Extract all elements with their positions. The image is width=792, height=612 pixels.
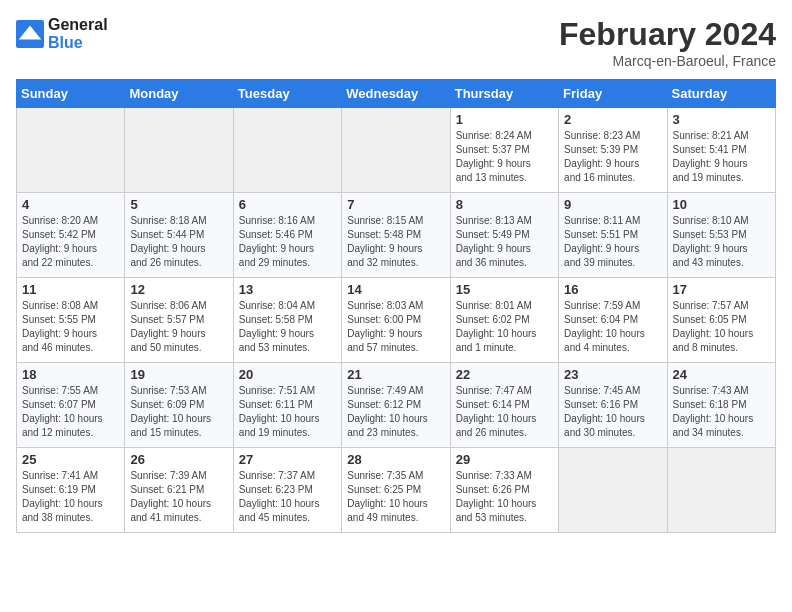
- day-info: Sunrise: 7:35 AM Sunset: 6:25 PM Dayligh…: [347, 469, 444, 525]
- calendar-cell: 6Sunrise: 8:16 AM Sunset: 5:46 PM Daylig…: [233, 193, 341, 278]
- day-info: Sunrise: 8:01 AM Sunset: 6:02 PM Dayligh…: [456, 299, 553, 355]
- day-info: Sunrise: 8:06 AM Sunset: 5:57 PM Dayligh…: [130, 299, 227, 355]
- day-info: Sunrise: 7:37 AM Sunset: 6:23 PM Dayligh…: [239, 469, 336, 525]
- day-info: Sunrise: 7:33 AM Sunset: 6:26 PM Dayligh…: [456, 469, 553, 525]
- logo-icon: [16, 20, 44, 48]
- day-info: Sunrise: 8:15 AM Sunset: 5:48 PM Dayligh…: [347, 214, 444, 270]
- day-info: Sunrise: 7:41 AM Sunset: 6:19 PM Dayligh…: [22, 469, 119, 525]
- calendar-subtitle: Marcq-en-Baroeul, France: [559, 53, 776, 69]
- header: General Blue February 2024 Marcq-en-Baro…: [16, 16, 776, 69]
- day-info: Sunrise: 7:39 AM Sunset: 6:21 PM Dayligh…: [130, 469, 227, 525]
- calendar-cell: 17Sunrise: 7:57 AM Sunset: 6:05 PM Dayli…: [667, 278, 775, 363]
- logo: General Blue: [16, 16, 108, 52]
- calendar-cell: 15Sunrise: 8:01 AM Sunset: 6:02 PM Dayli…: [450, 278, 558, 363]
- calendar-cell: 18Sunrise: 7:55 AM Sunset: 6:07 PM Dayli…: [17, 363, 125, 448]
- calendar-cell: 9Sunrise: 8:11 AM Sunset: 5:51 PM Daylig…: [559, 193, 667, 278]
- calendar-cell: 23Sunrise: 7:45 AM Sunset: 6:16 PM Dayli…: [559, 363, 667, 448]
- day-info: Sunrise: 8:21 AM Sunset: 5:41 PM Dayligh…: [673, 129, 770, 185]
- day-number: 20: [239, 367, 336, 382]
- day-number: 23: [564, 367, 661, 382]
- calendar-cell: 14Sunrise: 8:03 AM Sunset: 6:00 PM Dayli…: [342, 278, 450, 363]
- calendar-header-cell: Tuesday: [233, 80, 341, 108]
- day-number: 28: [347, 452, 444, 467]
- logo-text-line2: Blue: [48, 34, 108, 52]
- calendar-week-row: 25Sunrise: 7:41 AM Sunset: 6:19 PM Dayli…: [17, 448, 776, 533]
- day-info: Sunrise: 8:16 AM Sunset: 5:46 PM Dayligh…: [239, 214, 336, 270]
- day-number: 8: [456, 197, 553, 212]
- day-info: Sunrise: 7:45 AM Sunset: 6:16 PM Dayligh…: [564, 384, 661, 440]
- calendar-week-row: 4Sunrise: 8:20 AM Sunset: 5:42 PM Daylig…: [17, 193, 776, 278]
- day-number: 6: [239, 197, 336, 212]
- calendar-header-cell: Monday: [125, 80, 233, 108]
- calendar-week-row: 1Sunrise: 8:24 AM Sunset: 5:37 PM Daylig…: [17, 108, 776, 193]
- day-number: 24: [673, 367, 770, 382]
- day-number: 26: [130, 452, 227, 467]
- day-info: Sunrise: 7:43 AM Sunset: 6:18 PM Dayligh…: [673, 384, 770, 440]
- calendar-cell: 19Sunrise: 7:53 AM Sunset: 6:09 PM Dayli…: [125, 363, 233, 448]
- day-number: 11: [22, 282, 119, 297]
- calendar-header-cell: Wednesday: [342, 80, 450, 108]
- day-info: Sunrise: 8:10 AM Sunset: 5:53 PM Dayligh…: [673, 214, 770, 270]
- calendar-cell: [17, 108, 125, 193]
- day-info: Sunrise: 7:57 AM Sunset: 6:05 PM Dayligh…: [673, 299, 770, 355]
- day-number: 10: [673, 197, 770, 212]
- calendar-body: 1Sunrise: 8:24 AM Sunset: 5:37 PM Daylig…: [17, 108, 776, 533]
- calendar-week-row: 11Sunrise: 8:08 AM Sunset: 5:55 PM Dayli…: [17, 278, 776, 363]
- day-info: Sunrise: 7:53 AM Sunset: 6:09 PM Dayligh…: [130, 384, 227, 440]
- calendar-cell: 27Sunrise: 7:37 AM Sunset: 6:23 PM Dayli…: [233, 448, 341, 533]
- calendar-cell: 26Sunrise: 7:39 AM Sunset: 6:21 PM Dayli…: [125, 448, 233, 533]
- day-number: 4: [22, 197, 119, 212]
- day-number: 2: [564, 112, 661, 127]
- day-number: 21: [347, 367, 444, 382]
- day-number: 9: [564, 197, 661, 212]
- calendar-cell: 7Sunrise: 8:15 AM Sunset: 5:48 PM Daylig…: [342, 193, 450, 278]
- day-info: Sunrise: 8:23 AM Sunset: 5:39 PM Dayligh…: [564, 129, 661, 185]
- calendar-cell: 16Sunrise: 7:59 AM Sunset: 6:04 PM Dayli…: [559, 278, 667, 363]
- title-area: February 2024 Marcq-en-Baroeul, France: [559, 16, 776, 69]
- calendar-header-cell: Friday: [559, 80, 667, 108]
- calendar-cell: 28Sunrise: 7:35 AM Sunset: 6:25 PM Dayli…: [342, 448, 450, 533]
- calendar-cell: 20Sunrise: 7:51 AM Sunset: 6:11 PM Dayli…: [233, 363, 341, 448]
- day-number: 14: [347, 282, 444, 297]
- day-number: 22: [456, 367, 553, 382]
- day-number: 29: [456, 452, 553, 467]
- day-info: Sunrise: 7:55 AM Sunset: 6:07 PM Dayligh…: [22, 384, 119, 440]
- calendar-cell: [233, 108, 341, 193]
- day-info: Sunrise: 7:49 AM Sunset: 6:12 PM Dayligh…: [347, 384, 444, 440]
- day-number: 17: [673, 282, 770, 297]
- day-info: Sunrise: 7:47 AM Sunset: 6:14 PM Dayligh…: [456, 384, 553, 440]
- day-info: Sunrise: 8:08 AM Sunset: 5:55 PM Dayligh…: [22, 299, 119, 355]
- calendar-cell: 3Sunrise: 8:21 AM Sunset: 5:41 PM Daylig…: [667, 108, 775, 193]
- day-number: 25: [22, 452, 119, 467]
- calendar-cell: 1Sunrise: 8:24 AM Sunset: 5:37 PM Daylig…: [450, 108, 558, 193]
- day-number: 12: [130, 282, 227, 297]
- calendar-header-row: SundayMondayTuesdayWednesdayThursdayFrid…: [17, 80, 776, 108]
- calendar-cell: [559, 448, 667, 533]
- calendar-cell: 10Sunrise: 8:10 AM Sunset: 5:53 PM Dayli…: [667, 193, 775, 278]
- calendar-cell: 29Sunrise: 7:33 AM Sunset: 6:26 PM Dayli…: [450, 448, 558, 533]
- day-number: 18: [22, 367, 119, 382]
- day-info: Sunrise: 8:04 AM Sunset: 5:58 PM Dayligh…: [239, 299, 336, 355]
- day-number: 3: [673, 112, 770, 127]
- calendar-cell: [342, 108, 450, 193]
- day-number: 16: [564, 282, 661, 297]
- day-number: 7: [347, 197, 444, 212]
- day-number: 13: [239, 282, 336, 297]
- day-info: Sunrise: 8:18 AM Sunset: 5:44 PM Dayligh…: [130, 214, 227, 270]
- calendar-cell: 13Sunrise: 8:04 AM Sunset: 5:58 PM Dayli…: [233, 278, 341, 363]
- day-info: Sunrise: 7:59 AM Sunset: 6:04 PM Dayligh…: [564, 299, 661, 355]
- calendar-header-cell: Sunday: [17, 80, 125, 108]
- day-number: 27: [239, 452, 336, 467]
- calendar-cell: 2Sunrise: 8:23 AM Sunset: 5:39 PM Daylig…: [559, 108, 667, 193]
- day-number: 19: [130, 367, 227, 382]
- calendar-cell: 5Sunrise: 8:18 AM Sunset: 5:44 PM Daylig…: [125, 193, 233, 278]
- calendar-cell: 8Sunrise: 8:13 AM Sunset: 5:49 PM Daylig…: [450, 193, 558, 278]
- calendar-cell: 25Sunrise: 7:41 AM Sunset: 6:19 PM Dayli…: [17, 448, 125, 533]
- day-number: 5: [130, 197, 227, 212]
- calendar-cell: 24Sunrise: 7:43 AM Sunset: 6:18 PM Dayli…: [667, 363, 775, 448]
- day-info: Sunrise: 8:03 AM Sunset: 6:00 PM Dayligh…: [347, 299, 444, 355]
- logo-text-line1: General: [48, 16, 108, 34]
- calendar-cell: 22Sunrise: 7:47 AM Sunset: 6:14 PM Dayli…: [450, 363, 558, 448]
- calendar-week-row: 18Sunrise: 7:55 AM Sunset: 6:07 PM Dayli…: [17, 363, 776, 448]
- calendar-cell: [667, 448, 775, 533]
